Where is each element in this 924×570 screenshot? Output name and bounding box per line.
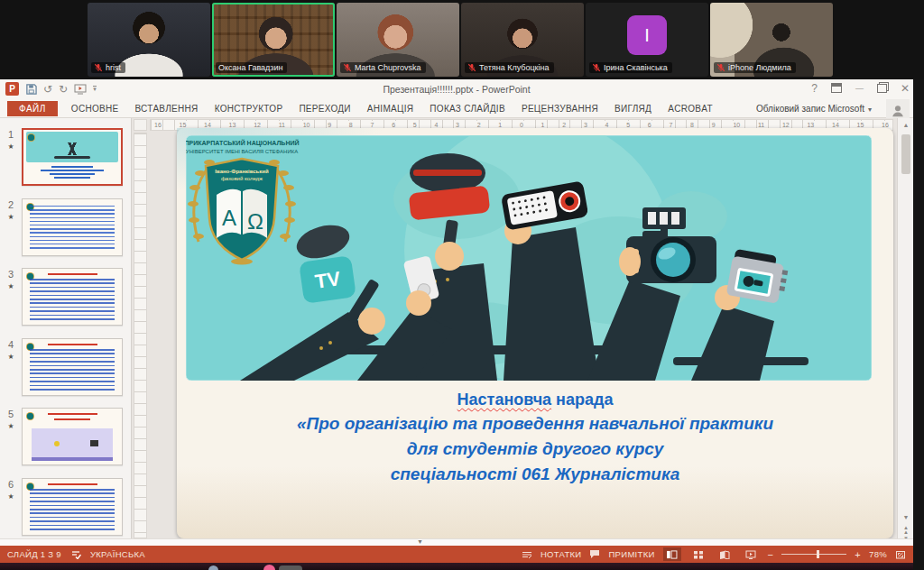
journalism-illustration[interactable]: TV	[186, 135, 872, 381]
slide-thumbnail-4[interactable]	[22, 338, 123, 396]
slide-title-line: «Про організацію та проведення навчально…	[177, 411, 893, 437]
participant-name-tag: Тетяна Клубоцкіна	[465, 62, 554, 73]
participant-name-tag: Ірина Скавінська	[589, 62, 672, 73]
thumbnail-text-block	[30, 489, 115, 530]
screen: hrist Оксана Гавадзин Marta Chuprovska Т…	[0, 0, 924, 570]
file-tab[interactable]: ФАЙЛ	[7, 101, 58, 116]
muted-mic-icon	[716, 63, 725, 72]
ribbon-tab[interactable]: КОНСТРУКТОР	[207, 101, 291, 116]
ribbon-tab[interactable]: АНІМАЦІЯ	[359, 101, 421, 116]
participant-tile[interactable]: iPhone Людмила	[710, 3, 833, 77]
participant-tile[interactable]: Marta Chuprovska	[337, 3, 459, 77]
taskbar-icon[interactable]	[263, 565, 275, 570]
ribbon-tab[interactable]: ACROBAT	[660, 101, 721, 116]
taskbar-icon[interactable]	[279, 565, 302, 570]
scroll-up-icon[interactable]	[901, 121, 911, 130]
normal-view-button[interactable]	[663, 547, 681, 561]
zoom-out-icon[interactable]: −	[768, 549, 774, 560]
thumbnail-heading	[54, 418, 90, 420]
slide-title-textbox[interactable]: Настановча нарада «Про організацію та пр…	[177, 388, 893, 487]
slide-sorter-view-button[interactable]	[689, 547, 707, 561]
thumbnail-text-block	[30, 279, 115, 320]
status-right: НОТАТКИ ПРИМІТКИ − + 78%	[522, 547, 906, 561]
undo-icon[interactable]	[43, 84, 52, 95]
slide-title-line: для студентів другого курсу	[177, 437, 893, 462]
zoom-percentage[interactable]: 78%	[869, 549, 887, 559]
notes-pane-divider[interactable]	[0, 538, 913, 546]
participant-tile[interactable]: I Ірина Скавінська	[586, 3, 708, 77]
ribbon-tab-bar: ФАЙЛ ОСНОВНЕВСТАВЛЕННЯКОНСТРУКТОРПЕРЕХОД…	[0, 99, 913, 118]
start-slideshow-icon[interactable]	[74, 84, 87, 95]
ribbon-tab[interactable]: ВИГЛЯД	[606, 101, 660, 116]
thumbnail-heading	[48, 273, 97, 275]
previous-slide-button[interactable]	[901, 526, 911, 535]
slide-title-line: Настановча нарада	[177, 388, 893, 411]
participant-name: hrist	[106, 63, 121, 72]
comments-icon[interactable]	[589, 549, 600, 559]
spell-check-icon[interactable]	[70, 549, 81, 559]
participant-tile[interactable]: hrist	[88, 3, 210, 77]
slide-thumbnail-3[interactable]	[22, 268, 123, 326]
ribbon-display-options-icon[interactable]	[831, 83, 842, 93]
scroll-down-icon[interactable]	[901, 513, 911, 522]
status-left: СЛАЙД 1 З 9 УКРАЇНСЬКА	[7, 549, 145, 559]
participant-tile[interactable]: Тетяна Клубоцкіна	[461, 3, 584, 77]
participant-name: Ірина Скавінська	[604, 63, 668, 72]
close-icon[interactable]	[901, 82, 910, 95]
slideshow-view-button[interactable]	[742, 547, 760, 561]
slide-thumbnail-5[interactable]	[22, 408, 123, 465]
video-strip: hrist Оксана Гавадзин Marta Chuprovska Т…	[0, 0, 924, 79]
customize-qat-icon[interactable]	[93, 86, 97, 92]
slide-thumbnail-1-selected[interactable]	[22, 128, 123, 186]
reading-view-button[interactable]	[716, 547, 734, 561]
account-menu[interactable]: Обліковий запис Microsoft	[756, 104, 872, 114]
ribbon-tab[interactable]: ПОКАЗ СЛАЙДІВ	[421, 101, 513, 116]
thumbnail-number: 5	[4, 409, 18, 430]
ruler-tick: 16	[153, 121, 162, 129]
thumbnail-number: 6	[4, 479, 18, 501]
thumbnail-illustration	[26, 132, 118, 162]
participant-name: iPhone Людмила	[728, 63, 791, 72]
ribbon-tab[interactable]: ПЕРЕХОДИ	[291, 101, 358, 116]
college-logo-mini	[27, 133, 35, 142]
ribbon-tab[interactable]: ОСНОВНЕ	[63, 101, 127, 116]
vertical-scrollbar[interactable]	[897, 118, 913, 546]
participant-name: Тетяна Клубоцкіна	[479, 63, 550, 72]
slide-thumbnail-6[interactable]	[22, 478, 123, 536]
comments-label[interactable]: ПРИМІТКИ	[608, 549, 654, 559]
ruler-origin-box[interactable]	[134, 119, 147, 131]
slide-thumbnail-2[interactable]	[22, 198, 123, 256]
fit-slide-to-window-icon[interactable]	[895, 549, 906, 560]
person-icon	[890, 103, 906, 119]
participant-name-tag: iPhone Людмила	[714, 62, 796, 73]
slide-title-line: спеціальності 061 Журналістика	[177, 462, 893, 487]
scrollbar-thumb[interactable]	[901, 134, 910, 174]
participant-tile-active-speaker[interactable]: Оксана Гавадзин	[212, 3, 335, 77]
language-indicator[interactable]: УКРАЇНСЬКА	[90, 549, 145, 559]
save-icon[interactable]	[25, 83, 37, 95]
thumbnail-text-block	[30, 349, 115, 391]
taskbar-icon[interactable]	[208, 565, 218, 570]
muted-mic-icon	[592, 63, 601, 72]
muted-mic-icon	[94, 63, 103, 72]
participant-name-tag: Оксана Гавадзин	[216, 62, 287, 73]
notes-label[interactable]: НОТАТКИ	[541, 549, 582, 559]
desktop-edge	[913, 79, 924, 570]
redo-icon[interactable]	[59, 84, 68, 95]
collapse-notes-icon[interactable]	[417, 538, 423, 545]
thumbnail-number: 1	[4, 129, 18, 151]
zoom-in-icon[interactable]: +	[855, 549, 861, 560]
thumbnail-illustration	[32, 428, 113, 461]
notes-icon[interactable]	[522, 550, 532, 559]
ribbon-tab[interactable]: ВСТАВЛЕННЯ	[126, 101, 206, 116]
svg-text:фаховий коледж: фаховий коледж	[221, 176, 263, 181]
ribbon-tab[interactable]: РЕЦЕНЗУВАННЯ	[513, 101, 606, 116]
zoom-slider-thumb[interactable]	[817, 550, 819, 558]
powerpoint-app-icon[interactable]	[5, 82, 19, 96]
svg-text:TV: TV	[313, 267, 342, 293]
zoom-slider[interactable]	[781, 554, 846, 555]
help-icon[interactable]	[811, 82, 818, 95]
svg-text:УНІВЕРСИТЕТ ІМЕНІ ВАСИЛЯ СТЕФА: УНІВЕРСИТЕТ ІМЕНІ ВАСИЛЯ СТЕФАНИКА	[186, 149, 298, 154]
restore-window-icon[interactable]	[877, 84, 887, 93]
minimize-icon[interactable]	[855, 81, 864, 95]
